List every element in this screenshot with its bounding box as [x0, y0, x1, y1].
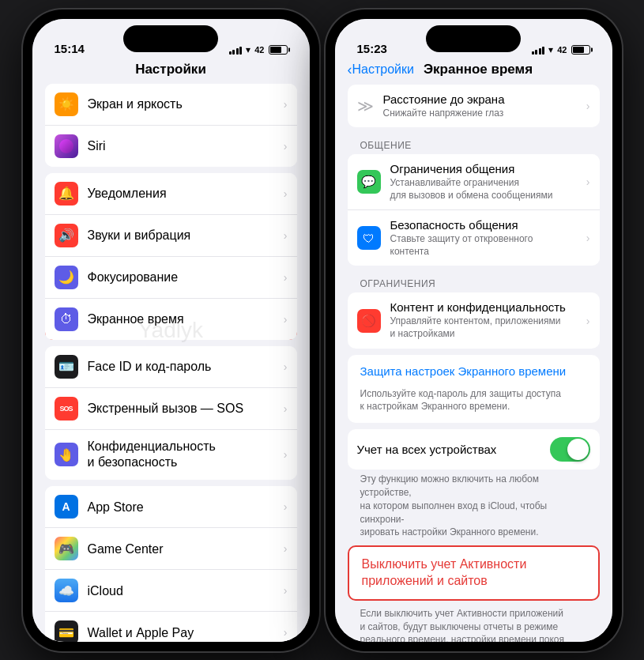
- signal-icon-right: [532, 45, 545, 55]
- disable-tracking-label: Выключить учет Активности приложений и с…: [349, 547, 598, 599]
- chevron-icon: ›: [586, 175, 590, 188]
- screen-time-content: ≫ Расстояние до экрана Снижайте напряжен…: [335, 85, 612, 642]
- settings-group-1: ☀️ Экран и яркость › Siri ›: [32, 84, 310, 167]
- list-item[interactable]: A App Store ›: [45, 486, 297, 528]
- obshenie-group: 💬 Ограничения общения Устанавливайте огр…: [335, 154, 612, 266]
- settings-label: Siri: [88, 138, 281, 153]
- back-button[interactable]: Настройки: [352, 62, 414, 77]
- chevron-icon: ›: [284, 542, 288, 555]
- battery-icon-left: [269, 45, 288, 55]
- item-title: Контент и конфиденциальность: [390, 300, 586, 315]
- nav-bar-left: Настройки: [32, 62, 310, 84]
- list-item[interactable]: Siri ›: [45, 126, 297, 167]
- wifi-icon-right: ▾: [548, 44, 553, 55]
- distance-subtitle: Снижайте напряжение глаз: [383, 107, 586, 120]
- list-item[interactable]: 💬 Ограничения общения Устанавливайте огр…: [348, 154, 600, 210]
- chevron-icon: ›: [284, 360, 288, 373]
- page-title-left: Настройки: [135, 62, 206, 77]
- notifications-icon: 🔔: [55, 182, 78, 206]
- chevron-icon: ›: [284, 584, 288, 597]
- settings-list: ☀️ Экран и яркость › Siri ›: [32, 84, 310, 642]
- item-text: Ограничения общения Устанавливайте огран…: [390, 162, 586, 202]
- chevron-icon: ›: [586, 100, 590, 112]
- settings-label: Конфиденциальностьи безопасность: [88, 439, 281, 472]
- settings-label: Уведомления: [88, 186, 281, 201]
- list-item[interactable]: ☁️ iCloud ›: [45, 570, 297, 612]
- distance-title: Расстояние до экрана: [383, 92, 586, 107]
- toggle-label: Учет на всех устройствах: [357, 443, 550, 457]
- settings-group-2: 🔔 Уведомления › 🔊 Звуки и вибрация › 🌙 Ф…: [32, 173, 310, 340]
- time-left: 15:14: [55, 42, 85, 55]
- distance-item[interactable]: ≫ Расстояние до экрана Снижайте напряжен…: [348, 85, 600, 128]
- chevron-icon: ›: [284, 271, 288, 284]
- list-item[interactable]: 🛡 Безопасность общения Ставьте защиту от…: [348, 210, 600, 266]
- item-subtitle: Управляйте контентом, приложениямии наст…: [390, 315, 586, 340]
- chevron-icon: ›: [284, 313, 288, 326]
- distance-text: Расстояние до экрана Снижайте напряжение…: [383, 92, 586, 120]
- appstore-icon: A: [55, 495, 78, 519]
- battery-percent-left: 42: [254, 45, 264, 55]
- communication-safety-icon: 🛡: [357, 226, 381, 250]
- communication-limit-icon: 💬: [357, 170, 381, 194]
- list-item[interactable]: 🪪 Face ID и код-пароль ›: [45, 346, 297, 388]
- section-restriction-label: ОГРАНИЧЕНИЯ: [335, 272, 612, 292]
- settings-label: Экран и яркость: [88, 96, 281, 111]
- chevron-icon: ›: [284, 140, 288, 153]
- toggle-switch[interactable]: [550, 437, 590, 462]
- list-item[interactable]: 🔔 Уведомления ›: [45, 173, 297, 215]
- chevron-icon: ›: [284, 448, 288, 461]
- protection-link[interactable]: Защита настроек Экранного времени: [348, 355, 600, 387]
- toggle-description: Эту функцию можно включить на любом устр…: [335, 473, 612, 545]
- list-item[interactable]: 🚫 Контент и конфиденциальность Управляйт…: [348, 292, 600, 348]
- battery-percent-right: 42: [557, 45, 567, 55]
- item-text: Контент и конфиденциальность Управляйте …: [390, 300, 586, 340]
- sos-icon: SOS: [55, 397, 78, 421]
- list-item[interactable]: ☀️ Экран и яркость ›: [45, 84, 297, 126]
- screen-time-highlighted[interactable]: ⏱ Экранное время ›: [45, 299, 297, 340]
- item-text: Безопасность общения Ставьте защиту от о…: [390, 218, 586, 258]
- disable-tracking-description: Если выключить учет Активности приложени…: [335, 607, 612, 642]
- toggle-knob: [567, 439, 589, 460]
- toggle-item[interactable]: Учет на всех устройствах: [348, 429, 600, 470]
- time-right: 15:23: [357, 42, 387, 55]
- settings-label: Фокусирование: [88, 270, 281, 285]
- list-item[interactable]: 🔊 Звуки и вибрация ›: [45, 215, 297, 257]
- item-subtitle: Ставьте защиту от откровенногоконтента: [390, 233, 586, 258]
- list-item[interactable]: 💳 Wallet и Apple Pay ›: [45, 612, 297, 641]
- chevron-icon: ›: [284, 229, 288, 242]
- restriction-group: 🚫 Контент и конфиденциальность Управляйт…: [335, 292, 612, 348]
- disable-tracking-button[interactable]: Выключить учет Активности приложений и с…: [348, 545, 600, 601]
- item-subtitle: Устанавливайте ограничениядля вызовов и …: [390, 177, 586, 202]
- chevron-icon: ›: [284, 500, 288, 513]
- toggle-title: Учет на всех устройствах: [357, 443, 550, 457]
- list-item[interactable]: 🎮 Game Center ›: [45, 528, 297, 570]
- chevron-icon: ›: [586, 232, 590, 244]
- back-nav: ‹ Настройки Экранное время: [335, 62, 612, 85]
- chevron-icon: ›: [284, 402, 288, 415]
- settings-label: Wallet и Apple Pay: [88, 625, 281, 640]
- right-phone: 15:23 ▾ 42 ‹ Настройки Экранное время: [326, 9, 622, 651]
- faceid-icon: 🪪: [55, 355, 78, 379]
- list-item[interactable]: 🌙 Фокусирование ›: [45, 257, 297, 299]
- focus-icon: 🌙: [55, 266, 78, 289]
- status-icons-right: ▾ 42: [532, 44, 590, 55]
- protection-subtitle: Используйте код-пароль для защиты доступ…: [348, 387, 600, 424]
- battery-icon-right: [571, 45, 590, 55]
- settings-label: Звуки и вибрация: [88, 228, 281, 243]
- settings-label: iCloud: [88, 583, 281, 598]
- wallet-icon: 💳: [55, 620, 78, 641]
- list-item[interactable]: SOS Экстренный вызов — SOS ›: [45, 388, 297, 430]
- settings-label: App Store: [88, 500, 281, 515]
- wifi-icon: ▾: [246, 44, 250, 55]
- toggle-group: Учет на всех устройствах: [348, 429, 600, 470]
- signal-icon: [229, 45, 243, 55]
- settings-label: Экранное время: [88, 311, 281, 326]
- status-icons-left: ▾ 42: [229, 44, 288, 55]
- icloud-icon: ☁️: [55, 579, 78, 602]
- screen-time-item[interactable]: ⏱ Экранное время ›: [45, 299, 297, 340]
- settings-group-3: 🪪 Face ID и код-пароль › SOS Экстренный …: [32, 346, 310, 481]
- protection-group: Защита настроек Экранного времени Исполь…: [348, 355, 600, 424]
- list-item[interactable]: 🤚 Конфиденциальностьи безопасность ›: [45, 430, 297, 481]
- sounds-icon: 🔊: [55, 224, 78, 247]
- siri-icon: [55, 134, 78, 158]
